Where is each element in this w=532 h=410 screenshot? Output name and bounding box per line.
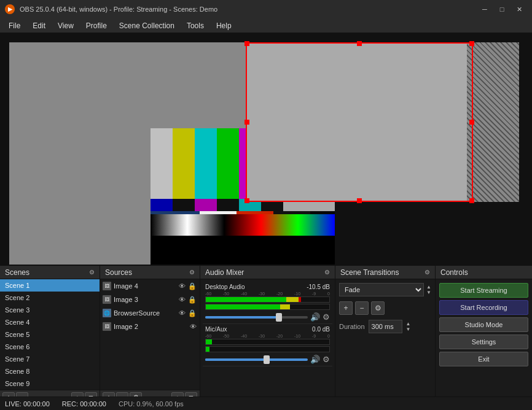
duration-arrow-down[interactable]: ▼: [406, 327, 411, 332]
source-item-image2[interactable]: 🖼 Image 2 👁: [100, 320, 200, 333]
maximize-button[interactable]: □: [494, 3, 510, 15]
menu-view[interactable]: View: [52, 20, 80, 31]
duration-label: Duration: [339, 323, 365, 330]
start-recording-button[interactable]: Start Recording: [439, 300, 528, 315]
source-list[interactable]: 🖼 Image 4 👁 🔒 🖼 Image 3 👁 🔒: [100, 279, 200, 390]
fader-track-mic[interactable]: [205, 358, 308, 361]
duration-input[interactable]: [369, 320, 402, 333]
meter-desktop2: [205, 304, 330, 310]
fader-track-desktop[interactable]: [205, 316, 308, 319]
scene-list[interactable]: Scene 1 Scene 2 Scene 3 Scene 4 Scene 5 …: [0, 279, 100, 390]
menu-file[interactable]: File: [2, 20, 26, 31]
source-lock-image3[interactable]: 🔒: [187, 296, 197, 304]
duration-arrows: ▲ ▼: [406, 321, 411, 332]
close-button[interactable]: ✕: [511, 3, 527, 15]
menu-edit[interactable]: Edit: [26, 20, 52, 31]
sources-panel-icon[interactable]: ⚙: [189, 269, 195, 276]
scene-item-6[interactable]: Scene 6: [0, 341, 100, 353]
fader-thumb-desktop[interactable]: [276, 313, 282, 322]
menu-scene-collection[interactable]: Scene Collection: [113, 20, 181, 31]
sources-panel: Sources ⚙ 🖼 Image 4 👁 🔒 🖼 Image 3 👁: [100, 266, 200, 404]
transitions-panel-header: Scene Transitions ⚙: [335, 266, 435, 279]
bottom-panel: Scenes ⚙ Scene 1 Scene 2 Scene 3 Scene 4…: [0, 265, 532, 396]
transitions-panel-icon[interactable]: ⚙: [424, 269, 430, 276]
transitions-panel: Scene Transitions ⚙ Fade Cut Swipe Slide…: [335, 266, 436, 404]
mute-mic-button[interactable]: 🔊: [310, 355, 320, 364]
source-item-image4[interactable]: 🖼 Image 4 👁 🔒: [100, 279, 200, 293]
fader-thumb-mic[interactable]: [264, 355, 270, 364]
settings-mic-button[interactable]: ⚙: [323, 355, 330, 364]
menu-bar: File Edit View Profile Scene Collection …: [0, 18, 532, 33]
transition-configure-button[interactable]: ⚙: [371, 301, 385, 315]
source-visible-browser[interactable]: 👁: [178, 309, 186, 317]
source-visible-image3[interactable]: 👁: [178, 296, 186, 304]
meter-bar-mic2: [206, 347, 329, 352]
start-streaming-button[interactable]: Start Streaming: [439, 283, 528, 298]
rec-label: REC:: [62, 400, 78, 408]
preview-scene: [0, 33, 532, 265]
live-label: LIVE:: [5, 400, 22, 408]
transition-arrow-down[interactable]: ▼: [426, 290, 431, 295]
scenes-panel: Scenes ⚙ Scene 1 Scene 2 Scene 3 Scene 4…: [0, 266, 100, 404]
source-lock-browser[interactable]: 🔒: [187, 309, 197, 317]
scene-item-7[interactable]: Scene 7: [0, 353, 100, 365]
status-bar: LIVE: 00:00:00 REC: 00:00:00 CPU: 0.9%, …: [0, 396, 532, 410]
transition-arrow-up[interactable]: ▲: [426, 284, 431, 290]
settings-desktop-button[interactable]: ⚙: [323, 312, 330, 322]
scene-item-4[interactable]: Scene 4: [0, 316, 100, 328]
scene-item-2[interactable]: Scene 2: [0, 292, 100, 304]
transition-select[interactable]: Fade Cut Swipe Slide Stinger Luma Wipe: [339, 283, 424, 296]
source-item-image3[interactable]: 🖼 Image 3 👁 🔒: [100, 293, 200, 306]
audio-track-desktop-db: -10.5 dB: [307, 284, 330, 290]
audio-track-mic-name: Mic/Aux: [205, 326, 227, 333]
source-item-browser[interactable]: 🌐 BrowserSource 👁 🔒: [100, 306, 200, 320]
audio-track-desktop-header: Desktop Audio -10.5 dB: [205, 284, 330, 290]
transition-buttons: + − ⚙: [339, 301, 431, 315]
menu-profile[interactable]: Profile: [80, 20, 113, 31]
menu-tools[interactable]: Tools: [181, 20, 210, 31]
transition-remove-button[interactable]: −: [355, 301, 369, 315]
studio-mode-button[interactable]: Studio Mode: [439, 317, 528, 332]
audio-panel-icon[interactable]: ⚙: [324, 269, 330, 276]
source-icon-image3: 🖼: [103, 295, 111, 304]
exit-button[interactable]: Exit: [439, 352, 528, 366]
scenes-panel-icon[interactable]: ⚙: [89, 269, 95, 276]
meter-labels-desktop: -60-50-40-30-20-10-90: [205, 292, 330, 296]
source-icon-image4: 🖼: [103, 282, 111, 290]
source-lock-image4[interactable]: 🔒: [187, 282, 197, 290]
preview-area[interactable]: [0, 33, 532, 265]
audio-panel-header: Audio Mixer ⚙: [200, 266, 335, 279]
audio-list: Desktop Audio -10.5 dB -60-50-40-30-20-1…: [200, 279, 335, 404]
meter-desktop: [205, 296, 330, 303]
source-name-image2: Image 2: [114, 323, 187, 330]
controls-panel-header: Controls: [436, 266, 532, 279]
duration-arrow-up[interactable]: ▲: [406, 321, 411, 327]
sources-panel-header: Sources ⚙: [100, 266, 200, 279]
meter-green-desktop2: [206, 304, 280, 309]
title-bar: ▶ OBS 25.0.4 (64-bit, windows) - Profile…: [0, 0, 532, 18]
meter-red-desktop: [299, 297, 301, 302]
scene-item-3[interactable]: Scene 3: [0, 304, 100, 316]
source-name-image3: Image 3: [114, 296, 176, 303]
settings-button[interactable]: Settings: [439, 335, 528, 349]
transitions-panel-title: Scene Transitions: [340, 268, 399, 277]
mute-desktop-button[interactable]: 🔊: [310, 312, 320, 322]
meter-labels-mic: -60-50-40-30-20-10-90: [205, 334, 330, 338]
scene-item-8[interactable]: Scene 8: [0, 365, 100, 377]
meter-bar-mic: [206, 339, 329, 344]
meter-green-mic2: [206, 347, 209, 352]
menu-help[interactable]: Help: [210, 20, 238, 31]
minimize-button[interactable]: ─: [477, 3, 493, 15]
title-text: OBS 25.0.4 (64-bit, windows) - Profile: …: [20, 6, 217, 13]
title-left: ▶ OBS 25.0.4 (64-bit, windows) - Profile…: [5, 4, 217, 14]
scene-item-5[interactable]: Scene 5: [0, 328, 100, 341]
audio-panel-title: Audio Mixer: [205, 268, 244, 277]
scene-item-9[interactable]: Scene 9: [0, 377, 100, 390]
controls-panel-title: Controls: [440, 268, 468, 277]
source-visible-image2[interactable]: 👁: [189, 323, 197, 330]
transition-arrows: ▲ ▼: [426, 284, 431, 295]
transition-add-button[interactable]: +: [339, 301, 353, 315]
controls-panel: Controls Start Streaming Start Recording…: [436, 266, 532, 404]
source-visible-image4[interactable]: 👁: [178, 282, 186, 290]
scene-item-1[interactable]: Scene 1: [0, 279, 100, 292]
